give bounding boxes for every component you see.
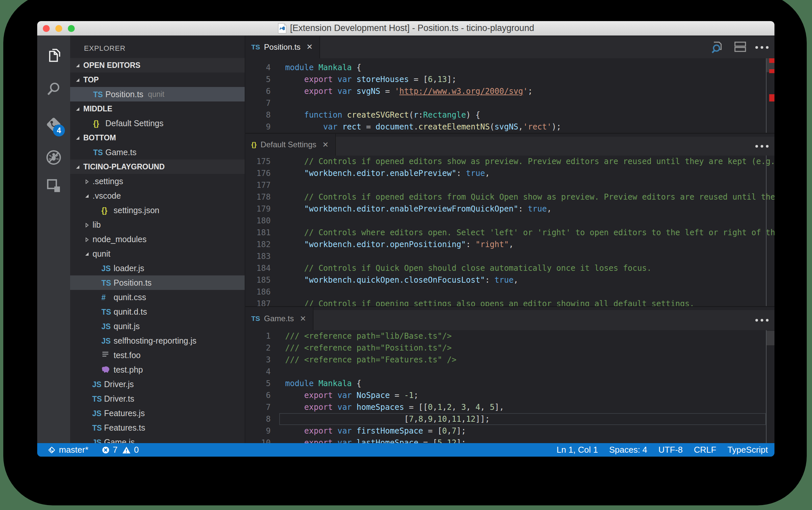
status-spaces-4[interactable]: Spaces: 4	[609, 445, 648, 455]
split-editor-icon[interactable]	[734, 40, 747, 55]
tab-game-ts[interactable]: TSGame.ts✕	[245, 307, 313, 330]
code-line[interactable]: 175 // Controls if opened editors show a…	[245, 155, 775, 167]
decorator: qunit	[148, 90, 164, 99]
section-open-editors[interactable]: OPEN EDITORS	[70, 58, 245, 73]
git-icon[interactable]: 4	[44, 115, 63, 135]
code-line[interactable]: 178 // Controls if opened editors from Q…	[245, 191, 775, 203]
sidebar-item-position-ts[interactable]: TSPosition.ts	[70, 276, 245, 290]
sidebar-item-position-ts[interactable]: TSPosition.tsqunit	[70, 87, 245, 102]
code-line[interactable]: 3/// <reference path="Features.ts" />	[245, 354, 775, 366]
close-icon[interactable]: ✕	[322, 140, 329, 149]
error-mark	[769, 94, 775, 102]
editor-group-default-settings: {}Default Settings✕175 // Controls if op…	[245, 134, 775, 306]
file-type-icon: JS	[101, 336, 111, 346]
code-line[interactable]: 177	[245, 179, 775, 191]
scrollbar-slider[interactable]	[766, 331, 775, 345]
code-line[interactable]: 6 export var NoSpace = -1;	[245, 390, 775, 401]
code-line[interactable]: 7 export var homeSpaces = [[0,1,2, 3, 4,…	[245, 401, 775, 413]
code-line[interactable]: 187 // Controls if opening settings also…	[245, 298, 775, 306]
tab-position-ts[interactable]: TSPosition.ts✕	[245, 35, 320, 58]
code-line[interactable]: 180	[245, 215, 775, 227]
status-crlf[interactable]: CRLF	[694, 445, 716, 455]
sidebar-item-selfhosting-reporting-js[interactable]: JSselfhosting-reporting.js	[70, 333, 245, 348]
status-warnings[interactable]: 0	[122, 445, 139, 455]
code-line[interactable]: 181 // Controls where editors open. Sele…	[245, 227, 775, 238]
code-line[interactable]: 10 export var lastHomeSpace = [5,12];	[245, 437, 775, 443]
code-line[interactable]: 179 "workbench.editor.enablePreviewFromQ…	[245, 203, 775, 215]
code-line[interactable]: 9 var rect = document.createElementNS(sv…	[245, 121, 775, 133]
status-ln-1-col-1[interactable]: Ln 1, Col 1	[557, 445, 598, 455]
file-type-icon: JS	[92, 408, 101, 418]
sidebar-item-qunit-css[interactable]: #qunit.css	[70, 290, 245, 305]
sidebar-item-node-modules[interactable]: node_modules	[70, 232, 245, 247]
code-line[interactable]: 2/// <reference path="Position.ts"/>	[245, 342, 775, 354]
sidebar-item-settings-json[interactable]: {}settings.json	[70, 203, 245, 218]
code-line[interactable]: 5module Mankala {	[245, 377, 775, 390]
sidebar-item-game-js[interactable]: JSGame.js	[70, 435, 245, 443]
more-actions-icon[interactable]	[755, 46, 769, 49]
code-line[interactable]: 183	[245, 250, 775, 262]
code-line[interactable]: 7	[245, 97, 775, 109]
file-type-icon: JS	[101, 263, 111, 273]
code-line[interactable]: 176 "workbench.editor.enablePreview": tr…	[245, 167, 775, 179]
code-line[interactable]: 4module Mankala {	[245, 62, 775, 74]
sidebar-title: EXPLORER	[84, 44, 125, 53]
code-line[interactable]: 4	[245, 366, 775, 377]
sidebar-item-bottom[interactable]: BOTTOM	[70, 131, 245, 145]
twistie-icon	[84, 220, 90, 230]
more-actions-icon[interactable]	[755, 319, 769, 321]
extensions-icon[interactable]	[45, 177, 62, 196]
title-bar[interactable]: [Extension Development Host] - Position.…	[37, 21, 775, 35]
twistie-icon	[75, 75, 80, 85]
files-icon[interactable]	[46, 48, 62, 65]
sidebar-item--settings[interactable]: .settings	[70, 174, 245, 189]
file-type-icon: #	[101, 292, 106, 302]
close-traffic-light[interactable]	[43, 25, 50, 32]
sidebar-item-test-foo[interactable]: test.foo	[70, 348, 245, 362]
close-icon[interactable]: ✕	[306, 42, 313, 51]
tab-default-settings[interactable]: {}Default Settings✕	[245, 134, 336, 155]
sidebar-item-features-ts[interactable]: TSFeatures.ts	[70, 420, 245, 435]
activity-bar: 4	[37, 35, 70, 443]
code-line[interactable]: 5 export var storeHouses = [6,13];	[245, 74, 775, 85]
preview-icon[interactable]	[711, 40, 725, 55]
editor-group-game-ts: TSGame.ts✕1/// <reference path="lib/Base…	[245, 307, 775, 443]
sidebar-item-lib[interactable]: lib	[70, 218, 245, 232]
sidebar-item-loader-js[interactable]: JSloader.js	[70, 261, 245, 276]
sidebar-item--vscode[interactable]: .vscode	[70, 189, 245, 203]
file-type-icon: TS	[93, 90, 106, 99]
sidebar-item-top[interactable]: TOP	[70, 73, 245, 87]
status-typescript[interactable]: TypeScript	[727, 445, 768, 455]
debug-disabled-icon[interactable]	[45, 149, 62, 167]
file-type-icon: TS	[93, 148, 106, 157]
sidebar-item-features-js[interactable]: JSFeatures.js	[70, 406, 245, 420]
status-git-branch[interactable]: master*	[48, 445, 89, 455]
sidebar-item-game-ts[interactable]: TSGame.ts	[70, 145, 245, 160]
twistie-icon	[75, 104, 80, 114]
sidebar-item-default-settings[interactable]: {}Default Settings	[70, 116, 245, 131]
code-line[interactable]: 182 "workbench.editor.openPositioning": …	[245, 238, 775, 250]
code-line[interactable]: 184 // Controls if Quick Open should clo…	[245, 262, 775, 274]
sidebar-item-test-php[interactable]: test.php	[70, 362, 245, 377]
sidebar-item-qunit-js[interactable]: JSqunit.js	[70, 319, 245, 333]
zoom-traffic-light[interactable]	[68, 25, 75, 32]
sidebar-item-qunit[interactable]: qunit	[70, 247, 245, 261]
git-branch-icon	[48, 446, 56, 454]
section-ticino-playground[interactable]: TICINO-PLAYGROUND	[70, 160, 245, 174]
sidebar-item-driver-ts[interactable]: TSDriver.ts	[70, 391, 245, 406]
code-line[interactable]: 185 "workbench.quickOpen.closeOnFocusLos…	[245, 274, 775, 286]
code-line[interactable]: 8 function createSVGRect(r:Rectangle) {	[245, 109, 775, 121]
close-icon[interactable]: ✕	[300, 314, 306, 323]
code-line[interactable]: 6 export var svgNS = 'http://www.w3.org/…	[245, 85, 775, 97]
code-line[interactable]: 1/// <reference path="lib/Base.ts"/>	[245, 330, 775, 342]
more-actions-icon[interactable]	[755, 145, 769, 148]
sidebar-item-driver-js[interactable]: JSDriver.js	[70, 377, 245, 391]
search-icon[interactable]	[46, 80, 62, 98]
sidebar-item-middle[interactable]: MIDDLE	[70, 102, 245, 116]
status-errors[interactable]: 7	[102, 445, 118, 455]
code-line[interactable]: 186	[245, 286, 775, 298]
code-line[interactable]: 9 export var firstHomeSpace = [0,7];	[245, 425, 775, 437]
sidebar-item-qunit-d-ts[interactable]: TSqunit.d.ts	[70, 305, 245, 319]
status-utf-8[interactable]: UTF-8	[659, 445, 683, 455]
minimize-traffic-light[interactable]	[55, 25, 62, 32]
